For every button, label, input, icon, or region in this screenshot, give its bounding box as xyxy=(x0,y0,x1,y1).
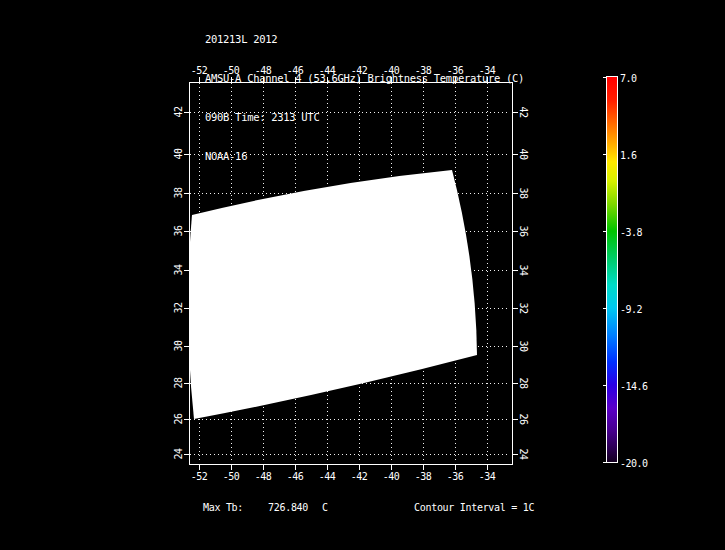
max-tb-label: Max Tb: xyxy=(203,502,243,513)
y-axis-label-right: 42 xyxy=(517,101,529,123)
colorbar-tick xyxy=(603,462,606,463)
y-axis-label-left: 36 xyxy=(173,220,185,242)
x-tick-bottom xyxy=(487,465,488,470)
x-tick-bottom xyxy=(231,465,232,470)
colorbar-tick-label: -20.0 xyxy=(620,458,648,469)
y-axis-label-right: 30 xyxy=(517,335,529,357)
x-tick-bottom xyxy=(327,465,328,470)
x-axis-label-bottom: -42 xyxy=(347,471,371,482)
y-axis-label-right: 24 xyxy=(517,443,529,465)
x-axis-label-bottom: -46 xyxy=(283,471,307,482)
plot-canvas: 201213L 2012 AMSU-A Channel 4 (53.6GHz) … xyxy=(0,0,725,550)
x-tick-bottom xyxy=(423,465,424,470)
y-axis-label-left: 42 xyxy=(173,101,185,123)
y-axis-label-right: 26 xyxy=(517,408,529,430)
x-axis-label-top: -40 xyxy=(379,65,403,76)
y-axis-label-left: 28 xyxy=(173,372,185,394)
x-tick-bottom xyxy=(391,465,392,470)
map-frame xyxy=(189,82,513,465)
y-axis-label-left: 32 xyxy=(173,297,185,319)
colorbar-tick xyxy=(603,308,606,309)
colorbar-tick xyxy=(603,77,606,78)
y-axis-label-right: 38 xyxy=(517,182,529,204)
x-tick-bottom xyxy=(359,465,360,470)
x-axis-label-top: -48 xyxy=(251,65,275,76)
contour-interval-text: Contour Interval = 1C xyxy=(414,502,534,513)
y-axis-label-right: 28 xyxy=(517,372,529,394)
colorbar-tick xyxy=(603,154,606,155)
y-axis-label-left: 40 xyxy=(173,143,185,165)
x-axis-label-bottom: -48 xyxy=(251,471,275,482)
x-axis-label-bottom: -50 xyxy=(219,471,243,482)
y-axis-label-right: 40 xyxy=(517,143,529,165)
y-axis-label-right: 34 xyxy=(517,259,529,281)
colorbar-tick-label: -9.2 xyxy=(620,304,642,315)
colorbar-tick xyxy=(603,231,606,232)
max-tb-unit: C xyxy=(322,502,328,513)
x-axis-label-top: -44 xyxy=(315,65,339,76)
x-axis-label-bottom: -40 xyxy=(379,471,403,482)
colorbar-tick-label: 7.0 xyxy=(620,73,637,84)
storm-id: 201213L 2012 xyxy=(205,33,524,46)
x-tick-bottom xyxy=(295,465,296,470)
x-tick-bottom xyxy=(199,465,200,470)
colorbar-tick xyxy=(603,385,606,386)
y-axis-label-left: 30 xyxy=(173,335,185,357)
x-axis-label-top: -36 xyxy=(443,65,467,76)
x-axis-label-top: -50 xyxy=(219,65,243,76)
x-axis-label-bottom: -52 xyxy=(187,471,211,482)
y-axis-label-right: 32 xyxy=(517,297,529,319)
x-axis-label-bottom: -34 xyxy=(475,471,499,482)
x-axis-label-top: -52 xyxy=(187,65,211,76)
x-axis-label-bottom: -36 xyxy=(443,471,467,482)
y-axis-label-left: 34 xyxy=(173,259,185,281)
x-axis-label-top: -38 xyxy=(411,65,435,76)
x-axis-label-top: -34 xyxy=(475,65,499,76)
colorbar-gradient xyxy=(607,77,617,462)
y-axis-label-left: 38 xyxy=(173,182,185,204)
x-tick-bottom xyxy=(455,465,456,470)
x-axis-label-top: -46 xyxy=(283,65,307,76)
colorbar xyxy=(606,76,618,463)
y-axis-label-left: 24 xyxy=(173,443,185,465)
colorbar-tick-label: -14.6 xyxy=(620,381,648,392)
colorbar-tick-label: -3.8 xyxy=(620,227,642,238)
x-axis-label-bottom: -44 xyxy=(315,471,339,482)
x-axis-label-top: -42 xyxy=(347,65,371,76)
x-tick-bottom xyxy=(263,465,264,470)
y-axis-label-right: 36 xyxy=(517,220,529,242)
max-tb-value: 726.840 xyxy=(268,502,308,513)
x-axis-label-bottom: -38 xyxy=(411,471,435,482)
colorbar-tick-label: 1.6 xyxy=(620,150,637,161)
y-axis-label-left: 26 xyxy=(173,408,185,430)
